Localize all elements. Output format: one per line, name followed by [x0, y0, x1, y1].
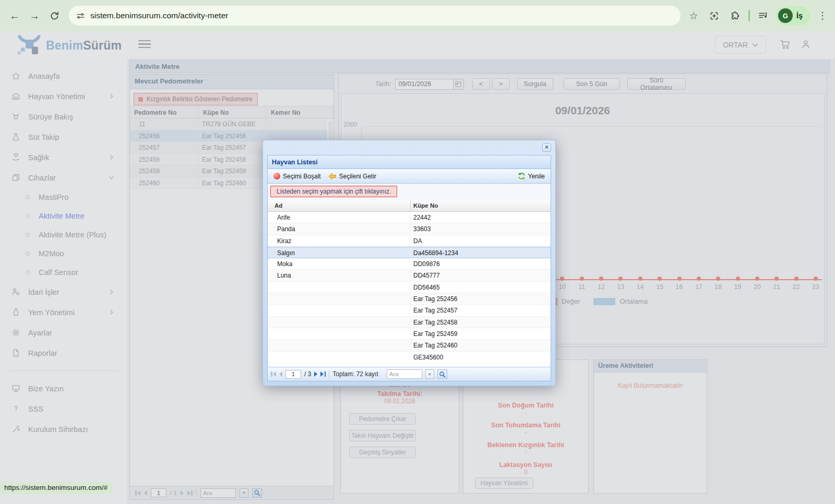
- cell: Arife: [268, 212, 411, 223]
- cell: DA: [411, 235, 551, 246]
- reload-icon[interactable]: [45, 6, 64, 25]
- cell: Salgın: [268, 247, 411, 258]
- table-row[interactable]: Panda33603: [268, 223, 551, 235]
- animal-list-window: × Hayvan Listesi Seçimi Boşalt Seçileni …: [263, 140, 556, 386]
- next-page-icon[interactable]: [314, 371, 317, 377]
- url-text: sistem.benimsurum.com/activity-meter: [90, 11, 228, 20]
- cell: Moka: [268, 258, 411, 269]
- extensions-icon[interactable]: [727, 8, 743, 23]
- search-input[interactable]: [387, 369, 422, 379]
- table-row[interactable]: DD56465: [268, 282, 551, 293]
- table-row[interactable]: SalgınDa456894-1234: [268, 247, 551, 258]
- cell: [268, 340, 411, 351]
- cell: Ear Tag 252456: [411, 293, 551, 304]
- table-row[interactable]: Ear Tag 252460: [268, 340, 551, 351]
- back-icon[interactable]: ←: [5, 6, 24, 25]
- site-info-icon[interactable]: [76, 11, 85, 20]
- cell: [268, 282, 411, 293]
- profile-name: İş: [796, 11, 803, 20]
- modal-paging-bar: / 3 Toplam: 72 kayıt ×: [268, 367, 551, 381]
- cell: [268, 352, 411, 363]
- double-click-notice: Listeden seçim yapmak için çift tıklayın…: [270, 186, 397, 197]
- cell: Ear Tag 252458: [411, 317, 551, 328]
- refresh-icon: [518, 172, 526, 180]
- cell: DD45777: [411, 270, 551, 281]
- page-count: / 3: [304, 370, 311, 378]
- table-row[interactable]: Ear Tag 252458: [268, 317, 551, 328]
- cell: [268, 305, 411, 316]
- address-bar[interactable]: sistem.benimsurum.com/activity-meter: [69, 6, 681, 26]
- modal-toolbar: Seçimi Boşalt Seçileni Getir Yenile: [268, 169, 551, 184]
- bookmark-star-icon[interactable]: ☆: [686, 8, 701, 23]
- cell: Da456894-1234: [411, 247, 551, 258]
- search-icon[interactable]: [437, 369, 447, 379]
- status-bar-link: https://sistem.benimsurum.com/#: [0, 482, 113, 494]
- cell: [268, 293, 411, 304]
- cell: DD09876: [411, 258, 551, 269]
- cell: GE345600: [411, 352, 551, 363]
- cell: 22442: [411, 212, 551, 223]
- clear-search-icon[interactable]: ×: [425, 369, 434, 379]
- table-row[interactable]: LunaDD45777: [268, 270, 551, 281]
- toolbar-separator: [748, 10, 750, 21]
- red-sphere-icon: [273, 173, 280, 179]
- browser-chrome: ← → sistem.benimsurum.com/activity-meter…: [0, 0, 835, 31]
- cell: Luna: [268, 270, 411, 281]
- cell: Ear Tag 252460: [411, 340, 551, 351]
- table-row[interactable]: Arife22442: [268, 212, 551, 223]
- table-row[interactable]: MokaDD09876: [268, 258, 551, 270]
- table-row[interactable]: KirazDA: [268, 235, 551, 247]
- total-records: Toplam: 72 kayıt: [332, 370, 378, 378]
- animal-table-header: Ad Küpe No: [268, 200, 551, 212]
- prev-page-icon[interactable]: [279, 371, 282, 377]
- cell: 33603: [411, 223, 551, 234]
- refresh-button[interactable]: Yenile: [515, 171, 547, 181]
- web-page: BenimSürüm ORTAR AnasayfaHayvan Yönetimi…: [0, 31, 835, 504]
- cell: [268, 328, 411, 339]
- fetch-selected-button[interactable]: Seçileni Getir: [326, 172, 379, 181]
- animal-table-body: Arife22442Panda33603KirazDASalgınDa45689…: [268, 212, 551, 367]
- table-row[interactable]: Ear Tag 252456: [268, 293, 551, 305]
- cell: Kiraz: [268, 235, 411, 246]
- cell: Ear Tag 252459: [411, 328, 551, 339]
- last-page-icon[interactable]: [320, 371, 326, 377]
- first-page-icon[interactable]: [271, 371, 276, 377]
- cell: DD56465: [411, 282, 551, 293]
- cell: Panda: [268, 223, 411, 234]
- media-queue-icon[interactable]: [755, 8, 771, 23]
- table-row[interactable]: GE345600: [268, 352, 551, 363]
- close-icon[interactable]: ×: [542, 143, 551, 152]
- table-row[interactable]: Ear Tag 252459: [268, 328, 551, 340]
- yellow-arrow-left-icon: [328, 173, 337, 180]
- clear-selection-button[interactable]: Seçimi Boşalt: [271, 172, 324, 181]
- avatar: G: [778, 8, 793, 23]
- cell: [268, 317, 411, 328]
- cell: Ear Tag 252457: [411, 305, 551, 316]
- browser-menu-icon[interactable]: ⋮: [815, 10, 830, 21]
- tab-capture-icon[interactable]: [707, 8, 722, 23]
- table-row[interactable]: Ear Tag 252457: [268, 305, 551, 316]
- page-number-input[interactable]: [285, 370, 301, 379]
- forward-icon[interactable]: →: [25, 6, 44, 25]
- modal-title: Hayvan Listesi: [268, 155, 551, 169]
- profile-chip[interactable]: G İş: [776, 6, 810, 25]
